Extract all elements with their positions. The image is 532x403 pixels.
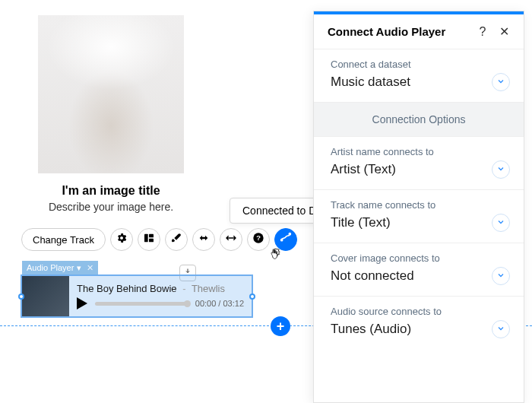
- separator: -: [182, 283, 185, 294]
- close-icon: ✕: [499, 24, 509, 39]
- dataset-select[interactable]: Music dataset: [331, 75, 507, 90]
- help-icon: ?: [252, 232, 264, 247]
- image-thumbnail[interactable]: [38, 15, 184, 173]
- resize-icon: [225, 232, 237, 247]
- layout-button[interactable]: [138, 228, 160, 251]
- expand-button[interactable]: [492, 214, 510, 232]
- expand-button[interactable]: [492, 320, 510, 338]
- artist-field-select[interactable]: Artist (Text): [331, 162, 507, 177]
- change-track-button[interactable]: Change Track: [21, 228, 106, 251]
- element-label: Audio Player: [27, 263, 74, 272]
- resize-handle-left[interactable]: [18, 294, 24, 300]
- audio-field-select[interactable]: Tunes (Audio): [331, 322, 507, 337]
- svg-point-6: [289, 233, 290, 235]
- track-info: The Boy Behind Bowie - Thewlis: [77, 283, 244, 294]
- plus-icon: +: [277, 319, 285, 335]
- image-description: Describe your image here.: [21, 201, 201, 213]
- section-label: Artist name connects to: [331, 146, 507, 157]
- section-label: Cover image connects to: [331, 252, 507, 264]
- element-label-bar[interactable]: Audio Player ▾ ✕: [22, 261, 98, 274]
- section-label: Track name connects to: [331, 199, 507, 211]
- track-field-select[interactable]: Title (Text): [331, 215, 507, 230]
- resize-handle-right[interactable]: [249, 294, 255, 300]
- chevron-down-icon: [496, 75, 505, 89]
- play-button[interactable]: [77, 297, 87, 309]
- track-cover-image: [22, 276, 69, 316]
- stretch-icon: [198, 232, 210, 247]
- track-field-section: Track name connects to Title (Text): [314, 190, 524, 243]
- add-section-button[interactable]: +: [271, 316, 290, 336]
- connect-panel: Connect Audio Player ? ✕ Connect a datas…: [313, 11, 524, 403]
- svg-rect-2: [149, 239, 154, 243]
- expand-button[interactable]: [492, 73, 510, 91]
- connection-options-band: Connection Options: [314, 103, 524, 137]
- cover-field-select[interactable]: Not connected: [331, 268, 507, 284]
- gear-icon: [116, 232, 128, 247]
- pointer-cursor: [269, 248, 283, 262]
- time-current: 00:00: [195, 299, 217, 308]
- svg-text:?: ?: [256, 234, 261, 242]
- panel-title: Connect Audio Player: [328, 25, 467, 38]
- chevron-down-icon: [496, 269, 505, 283]
- element-collapse-icon: ▾: [77, 263, 81, 273]
- panel-close-button[interactable]: ✕: [498, 26, 510, 38]
- help-icon: ?: [480, 25, 486, 39]
- svg-point-5: [281, 240, 283, 241]
- section-label: Audio source connects to: [331, 306, 507, 317]
- track-artist: Thewlis: [192, 283, 225, 294]
- element-deselect-button[interactable]: ✕: [87, 263, 93, 273]
- stretch-button[interactable]: [192, 228, 215, 251]
- panel-help-button[interactable]: ?: [477, 26, 489, 38]
- svg-rect-0: [144, 234, 148, 243]
- element-toolbar: Change Track ?: [21, 228, 297, 251]
- help-button[interactable]: ?: [247, 228, 270, 251]
- time-display: 00:00 / 03:12: [195, 299, 244, 308]
- brush-icon: [170, 232, 182, 247]
- expand-button[interactable]: [492, 160, 510, 179]
- artist-field-section: Artist name connects to Artist (Text): [314, 137, 524, 190]
- image-card: I'm an image title Describe your image h…: [21, 15, 201, 213]
- connect-data-icon: [280, 232, 292, 247]
- cover-field-section: Cover image connects to Not connected: [314, 243, 524, 297]
- image-title: I'm an image title: [21, 184, 201, 198]
- track-title: The Boy Behind Bowie: [77, 283, 177, 294]
- design-button[interactable]: [165, 228, 188, 251]
- chevron-down-icon: [496, 216, 505, 230]
- section-label: Connect a dataset: [331, 59, 507, 70]
- dataset-section: Connect a dataset Music dataset: [314, 49, 524, 103]
- settings-button[interactable]: [110, 228, 133, 251]
- audio-player[interactable]: The Boy Behind Bowie - Thewlis 00:00 / 0…: [21, 274, 253, 318]
- expand-button[interactable]: [492, 267, 510, 285]
- resize-button[interactable]: [220, 228, 242, 251]
- chevron-down-icon: [496, 163, 505, 176]
- layout-icon: [143, 232, 155, 247]
- time-total: 03:12: [223, 299, 244, 308]
- chevron-down-icon: [496, 322, 505, 336]
- audio-field-section: Audio source connects to Tunes (Audio): [314, 297, 524, 349]
- progress-bar[interactable]: [95, 302, 188, 306]
- svg-rect-1: [149, 234, 154, 238]
